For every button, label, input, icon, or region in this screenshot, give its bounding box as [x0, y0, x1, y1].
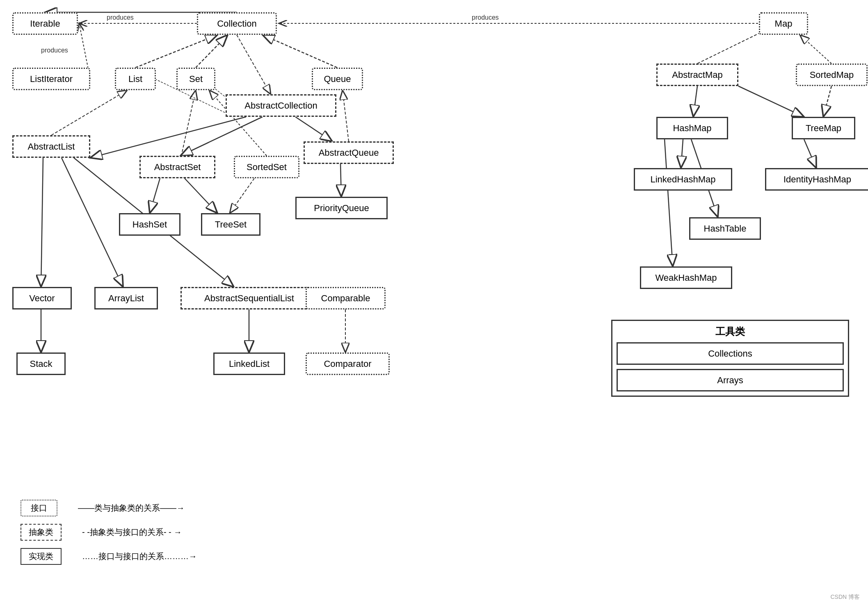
- node-arrays: Arrays: [617, 369, 844, 391]
- legend: 接口 ——类与抽象类的关系——→ 抽象类 - -抽象类与接口的关系- - → 实…: [21, 500, 197, 572]
- node-abstractlist: AbstractList: [12, 135, 90, 158]
- node-comparable: Comparable: [306, 287, 386, 309]
- node-linkedlist: LinkedList: [213, 353, 285, 375]
- node-set: Set: [176, 68, 215, 90]
- node-map: Map: [759, 12, 808, 35]
- node-stack: Stack: [16, 353, 66, 375]
- node-priorityqueue: PriorityQueue: [295, 197, 388, 219]
- node-listiterator: ListIterator: [12, 68, 90, 90]
- node-iterable: Iterable: [12, 12, 78, 35]
- node-sortedmap: SortedMap: [796, 64, 868, 86]
- node-treemap: TreeMap: [792, 117, 855, 139]
- svg-line-25: [800, 35, 831, 64]
- svg-text:produces: produces: [107, 14, 134, 21]
- node-hashtable: HashTable: [689, 217, 761, 240]
- svg-line-21: [185, 178, 217, 213]
- watermark: CSDN 博客: [830, 594, 860, 601]
- node-hashmap: HashMap: [656, 117, 728, 139]
- legend-line1: ——类与抽象类的关系——→: [78, 503, 185, 514]
- svg-line-29: [681, 139, 683, 168]
- legend-line3: ……接口与接口的关系………→: [82, 551, 197, 562]
- svg-line-26: [693, 86, 697, 117]
- node-identityhashmap: IdentityHashMap: [765, 168, 868, 191]
- svg-line-18: [343, 90, 349, 141]
- svg-line-20: [150, 178, 160, 213]
- node-hashset: HashSet: [119, 213, 180, 236]
- node-comparator: Comparator: [306, 353, 390, 375]
- node-weakhashmap: WeakHashMap: [640, 266, 732, 289]
- svg-text:produces: produces: [472, 14, 499, 21]
- svg-text:produces: produces: [41, 47, 68, 54]
- node-queue: Queue: [312, 68, 363, 90]
- svg-line-10: [263, 35, 337, 68]
- node-sortedset: SortedSet: [234, 156, 299, 178]
- node-linkedhashmap: LinkedHashMap: [634, 168, 732, 191]
- svg-line-8: [135, 35, 217, 68]
- node-treeset: TreeSet: [201, 213, 260, 236]
- node-collections: Collections: [617, 342, 844, 365]
- svg-line-9: [196, 35, 228, 68]
- legend-interface-box: 接口: [21, 500, 57, 516]
- legend-abstract-box: 抽象类: [21, 524, 62, 541]
- svg-line-22: [230, 178, 254, 213]
- node-collection: Collection: [197, 12, 277, 35]
- svg-line-13: [51, 90, 127, 135]
- node-abstractsequentiallist: AbstractSequentialList: [180, 287, 318, 309]
- node-abstractmap: AbstractMap: [656, 64, 738, 86]
- svg-line-17: [180, 117, 263, 156]
- svg-line-19: [295, 117, 332, 141]
- svg-line-7: [237, 35, 271, 94]
- svg-line-14: [90, 117, 246, 158]
- svg-line-32: [665, 139, 673, 266]
- tool-container: 工具类 Collections Arrays: [611, 320, 849, 397]
- svg-line-28: [738, 86, 804, 117]
- node-abstractcollection: AbstractCollection: [226, 94, 336, 117]
- node-abstractset: AbstractSet: [139, 156, 215, 178]
- svg-line-27: [823, 86, 831, 117]
- svg-line-30: [804, 139, 816, 168]
- node-vector: Vector: [12, 287, 72, 309]
- diagram-container: produces produces produces: [0, 0, 868, 605]
- svg-line-33: [41, 158, 43, 287]
- node-abstractqueue: AbstractQueue: [304, 141, 394, 164]
- tool-title: 工具类: [617, 325, 844, 338]
- svg-line-23: [340, 164, 341, 197]
- node-arraylist: ArrayList: [94, 287, 158, 309]
- svg-line-34: [62, 158, 123, 287]
- legend-concrete-box: 实现类: [21, 548, 62, 565]
- legend-line2: - -抽象类与接口的关系- - →: [82, 527, 182, 538]
- node-list: List: [115, 68, 156, 90]
